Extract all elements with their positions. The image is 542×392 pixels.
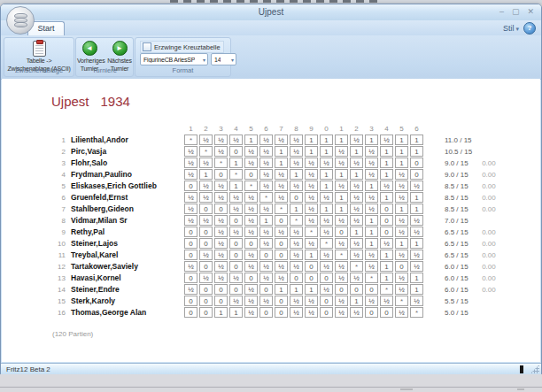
result-cell: 1 xyxy=(380,250,393,260)
result-cell: ½ xyxy=(320,250,333,260)
player-name: Thomas,George Alan xyxy=(71,307,182,318)
titlebar: Ujpest – ▢ ✕ xyxy=(1,4,541,21)
result-cell: ½ xyxy=(290,158,303,168)
result-cell: 0 xyxy=(229,261,243,272)
result-cell: ½ xyxy=(199,192,213,203)
result-cell: 0 xyxy=(275,238,288,249)
player-score: 8.5 / 15 xyxy=(425,204,472,214)
crosstable-row: 15Sterk,Karoly000½½½0½½0½1½½*½5.5 / 15 xyxy=(51,296,496,306)
copy-table-label-line1: Tabelle -> xyxy=(4,58,74,65)
player-score: 5.0 / 15 xyxy=(425,307,472,318)
crosstable-row: 6Gruenfeld,Ernst½½½½½*½0½½1½½1½18.5 / 15… xyxy=(51,192,496,203)
result-cell: 0 xyxy=(305,261,318,272)
force-crosstable-label: Erzwinge Kreuztabelle xyxy=(154,43,221,51)
result-cell: ½ xyxy=(275,181,288,191)
copy-table-ascii-button[interactable]: Tabelle -> Zwischenablage (ASCII) xyxy=(4,40,74,66)
result-cell: ½ xyxy=(184,261,197,272)
font-name-combobox[interactable]: FigurineCB AriesSP ▾ xyxy=(140,53,208,65)
result-cell: ½ xyxy=(350,307,363,318)
column-header-digit: 7 xyxy=(275,124,288,134)
result-cell: * xyxy=(229,169,243,180)
player-score: 9.0 / 15 xyxy=(425,169,472,180)
player-tiebreak: 0.00 xyxy=(474,158,496,168)
result-cell: 1 xyxy=(335,135,348,145)
result-cell: 0 xyxy=(290,273,303,283)
close-icon[interactable]: ✕ xyxy=(527,6,534,17)
help-button[interactable]: ? xyxy=(523,22,536,35)
result-cell: 0 xyxy=(350,284,363,295)
result-cell: ½ xyxy=(275,135,288,145)
result-cell: * xyxy=(259,192,273,203)
result-cell: 0 xyxy=(380,215,393,226)
result-cell: ½ xyxy=(395,273,408,283)
checkbox-unchecked-icon[interactable] xyxy=(143,42,151,51)
result-cell: ½ xyxy=(290,227,303,237)
desktop-background xyxy=(0,374,542,392)
player-rank: 14 xyxy=(51,284,69,295)
result-cell: * xyxy=(214,158,228,168)
result-cell: ½ xyxy=(365,204,378,214)
minimize-icon[interactable]: – xyxy=(499,6,504,17)
player-tiebreak xyxy=(474,215,496,226)
result-cell: 1 xyxy=(320,204,333,214)
result-cell: ½ xyxy=(214,215,228,226)
result-cell: ½ xyxy=(410,215,423,226)
window-controls: – ▢ ✕ xyxy=(499,6,534,17)
result-cell: 0 xyxy=(199,296,213,306)
result-cell: 0 xyxy=(184,250,197,260)
crosstable: 12345678901234561Lilienthal,Andor*½½½1½½… xyxy=(50,123,498,319)
result-cell: ½ xyxy=(275,273,288,283)
crosstable-row: 3Flohr,Salo½½*1½½1½½½½½½1109.0 / 150.00 xyxy=(51,158,496,168)
clipboard-icon xyxy=(33,41,46,57)
player-name: Gruenfeld,Ernst xyxy=(71,192,182,203)
resize-grip-icon[interactable] xyxy=(530,365,539,373)
result-cell: 0 xyxy=(320,307,333,318)
result-cell: 0 xyxy=(184,273,197,283)
player-rank: 12 xyxy=(51,261,69,272)
result-cell: * xyxy=(320,238,333,249)
result-cell: 0 xyxy=(259,250,273,260)
tournament-name: Ujpest xyxy=(51,94,89,109)
result-cell: 0 xyxy=(214,169,228,180)
result-cell: 0 xyxy=(229,146,243,157)
maximize-icon[interactable]: ▢ xyxy=(512,6,520,17)
result-cell: ½ xyxy=(214,273,228,283)
result-cell: ½ xyxy=(350,181,363,191)
result-cell: 0 xyxy=(229,238,243,249)
result-cell: * xyxy=(199,146,213,157)
result-cell: 1 xyxy=(350,227,363,237)
result-cell: ½ xyxy=(275,192,288,203)
player-name: Pirc,Vasja xyxy=(71,146,182,157)
player-score: 6.0 / 15 xyxy=(425,273,472,283)
player-score: 8.5 / 15 xyxy=(425,181,472,191)
result-cell: ½ xyxy=(335,296,348,306)
result-cell: 1 xyxy=(290,284,303,295)
crosstable-row: 5Eliskases,Erich Gottlieb0½½1*½½½½1½½1½½… xyxy=(51,181,496,191)
result-cell: * xyxy=(184,135,197,145)
app-menu-button[interactable] xyxy=(6,6,35,35)
window-title: Ujpest xyxy=(1,7,541,17)
result-cell: 0 xyxy=(305,273,318,283)
result-cell: ½ xyxy=(305,181,318,191)
result-cell: 0 xyxy=(275,250,288,260)
result-cell: ½ xyxy=(259,227,273,237)
result-cell: 1 xyxy=(229,158,243,168)
result-cell: 0 xyxy=(410,169,423,180)
statusbar-splitter[interactable] xyxy=(520,365,523,373)
player-score: 9.0 / 15 xyxy=(425,158,472,168)
result-cell: ½ xyxy=(290,146,303,157)
result-cell: ½ xyxy=(259,169,273,180)
result-cell: 1 xyxy=(305,146,318,157)
statusbar: Fritz12 Beta 2 xyxy=(1,363,541,375)
result-cell: 0 xyxy=(275,215,288,226)
result-cell: 1 xyxy=(380,192,393,203)
font-size-combobox[interactable]: 14 ▾ xyxy=(211,53,236,65)
force-crosstable-checkbox-row[interactable]: Erzwinge Kreuztabelle xyxy=(140,41,224,53)
player-tiebreak: 0.00 xyxy=(474,250,496,260)
result-cell: ½ xyxy=(259,296,273,306)
result-cell: 0 xyxy=(199,261,213,272)
style-dropdown[interactable]: Stil▾ xyxy=(503,24,519,33)
player-score: 6.0 / 15 xyxy=(425,284,472,295)
result-cell: ½ xyxy=(275,227,288,237)
player-score: 6.0 / 15 xyxy=(425,261,472,272)
